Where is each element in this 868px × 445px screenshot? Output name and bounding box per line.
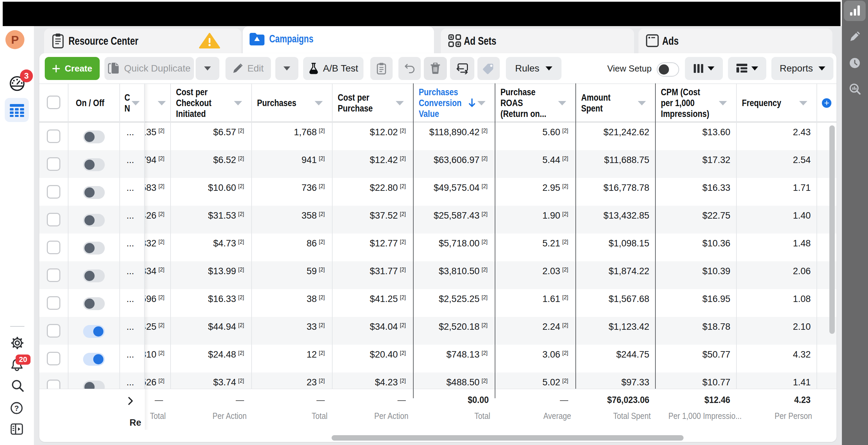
svg-text:?: ?: [14, 404, 19, 412]
